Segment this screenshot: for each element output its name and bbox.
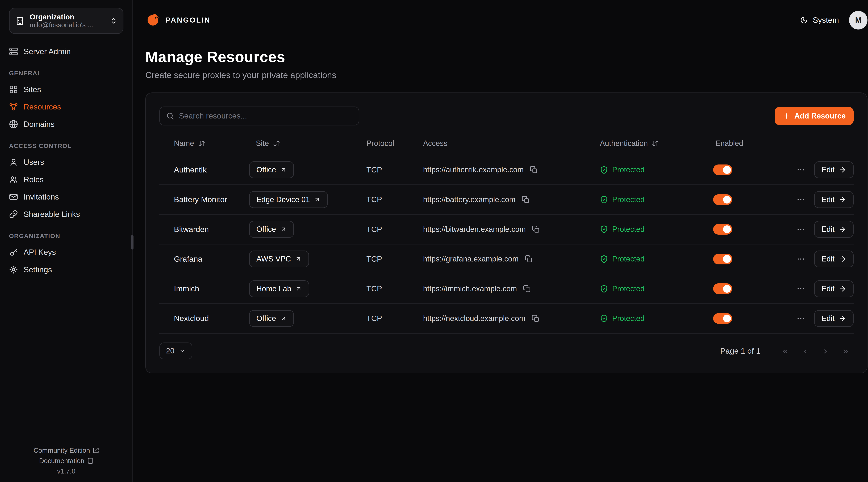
site-link-button[interactable]: AWS VPC [249, 251, 309, 267]
table-row: Authentik Office TCP https://authentik.e… [159, 155, 854, 185]
sidebar-item-label: Resources [24, 102, 61, 111]
copy-url-button[interactable] [524, 254, 534, 264]
resource-protocol: TCP [367, 225, 423, 234]
sidebar-item-label: Users [24, 158, 44, 167]
arrow-right-icon [838, 255, 846, 263]
copy-url-button[interactable] [522, 284, 532, 294]
theme-toggle-button[interactable]: System [800, 15, 839, 25]
copy-url-button[interactable] [530, 313, 540, 323]
sidebar-item-sites[interactable]: Sites [9, 81, 124, 98]
edit-button[interactable]: Edit [814, 251, 854, 267]
community-edition-link[interactable]: Community Edition [33, 447, 99, 454]
next-page-button[interactable]: › [818, 343, 833, 359]
edit-button[interactable]: Edit [814, 221, 854, 238]
resource-protocol: TCP [367, 284, 423, 293]
more-options-button[interactable] [795, 283, 806, 294]
site-name: Edge Device 01 [256, 195, 310, 204]
table-row: Bitwarden Office TCP https://bitwarden.e… [159, 215, 854, 244]
authentication-status: Protected [612, 225, 645, 233]
site-name: Office [256, 314, 276, 323]
sidebar-item-users[interactable]: Users [9, 154, 124, 171]
sidebar-item-roles[interactable]: Roles [9, 171, 124, 188]
users-icon [9, 175, 18, 184]
edit-button[interactable]: Edit [814, 280, 854, 297]
access-url: https://immich.example.com [423, 285, 517, 293]
site-link-button[interactable]: Edge Device 01 [249, 191, 328, 208]
cell-site: Office [249, 161, 367, 178]
page-size-select[interactable]: 20 [159, 343, 192, 359]
avatar[interactable]: M [849, 11, 868, 30]
last-page-button[interactable]: » [838, 343, 854, 359]
resource-protocol: TCP [367, 255, 423, 263]
site-link-button[interactable]: Office [249, 161, 294, 178]
sidebar-item-resources[interactable]: Resources [9, 98, 124, 116]
column-header-name[interactable]: Name [159, 139, 249, 148]
enabled-toggle[interactable] [713, 164, 732, 175]
copy-url-button[interactable] [529, 165, 539, 175]
site-name: Home Lab [256, 285, 291, 293]
section-label-access-control: ACCESS CONTROL [9, 142, 124, 150]
shield-check-icon [600, 285, 608, 293]
sidebar-item-label: Server Admin [24, 47, 71, 56]
sidebar-resize-handle[interactable] [131, 235, 133, 250]
cell-authentication: Protected [600, 195, 713, 204]
documentation-link[interactable]: Documentation [39, 457, 93, 464]
arrow-up-right-icon [280, 315, 287, 322]
copy-url-button[interactable] [531, 224, 541, 234]
previous-page-button[interactable]: ‹ [798, 343, 813, 359]
sidebar-item-label: Shareable Links [24, 210, 80, 219]
more-options-button[interactable] [795, 164, 806, 175]
sidebar-item-settings[interactable]: Settings [9, 261, 124, 278]
resource-protocol: TCP [367, 314, 423, 323]
more-options-button[interactable] [795, 254, 806, 265]
sidebar-item-shareable-links[interactable]: Shareable Links [9, 205, 124, 223]
copy-icon [523, 285, 531, 293]
enabled-toggle[interactable] [713, 283, 732, 294]
first-page-button[interactable]: « [777, 343, 793, 359]
edit-button[interactable]: Edit [814, 161, 854, 178]
table-row: Grafana AWS VPC TCP https://grafana.exam… [159, 245, 854, 274]
enabled-toggle[interactable] [713, 224, 732, 234]
sidebar-item-server-admin[interactable]: Server Admin [9, 43, 124, 60]
more-options-button[interactable] [795, 224, 806, 235]
copy-icon [532, 225, 540, 233]
search-input[interactable] [179, 111, 352, 120]
org-subtitle: milo@fossorial.io's ... [30, 21, 105, 29]
arrow-right-icon [838, 196, 846, 203]
page-info: Page 1 of 1 [720, 347, 761, 355]
sort-icon [273, 140, 280, 147]
sidebar-item-api-keys[interactable]: API Keys [9, 244, 124, 261]
add-resource-button[interactable]: Add Resource [775, 107, 854, 125]
enabled-toggle[interactable] [713, 313, 732, 324]
cell-access: https://grafana.example.com [423, 254, 600, 264]
cell-authentication: Protected [600, 225, 713, 233]
edit-label: Edit [822, 255, 835, 263]
cell-site: Office [249, 310, 367, 327]
edit-button[interactable]: Edit [814, 310, 854, 327]
site-link-button[interactable]: Office [249, 221, 294, 238]
documentation-label: Documentation [39, 457, 84, 464]
table-body: Authentik Office TCP https://authentik.e… [159, 155, 854, 334]
more-options-button[interactable] [795, 313, 806, 324]
copy-icon [532, 315, 539, 322]
book-icon [87, 458, 93, 464]
cell-site: Home Lab [249, 280, 367, 297]
cell-enabled-actions: Edit [713, 221, 854, 238]
column-header-site[interactable]: Site [249, 139, 367, 148]
resources-card: Add Resource Name Site Protocol Access [145, 93, 867, 374]
cell-site: AWS VPC [249, 251, 367, 267]
org-selector[interactable]: Organization milo@fossorial.io's ... [9, 8, 124, 34]
sidebar-item-invitations[interactable]: Invitations [9, 188, 124, 205]
edit-button[interactable]: Edit [814, 191, 854, 208]
enabled-toggle[interactable] [713, 194, 732, 205]
arrow-right-icon [838, 225, 846, 233]
column-header-authentication[interactable]: Authentication [600, 139, 713, 148]
sidebar-item-domains[interactable]: Domains [9, 116, 124, 133]
row-actions: Edit [795, 191, 854, 208]
enabled-toggle[interactable] [713, 254, 732, 264]
cell-enabled-actions: Edit [713, 280, 854, 297]
site-link-button[interactable]: Home Lab [249, 280, 309, 297]
copy-url-button[interactable] [521, 194, 531, 204]
site-link-button[interactable]: Office [249, 310, 294, 327]
more-options-button[interactable] [795, 194, 806, 205]
